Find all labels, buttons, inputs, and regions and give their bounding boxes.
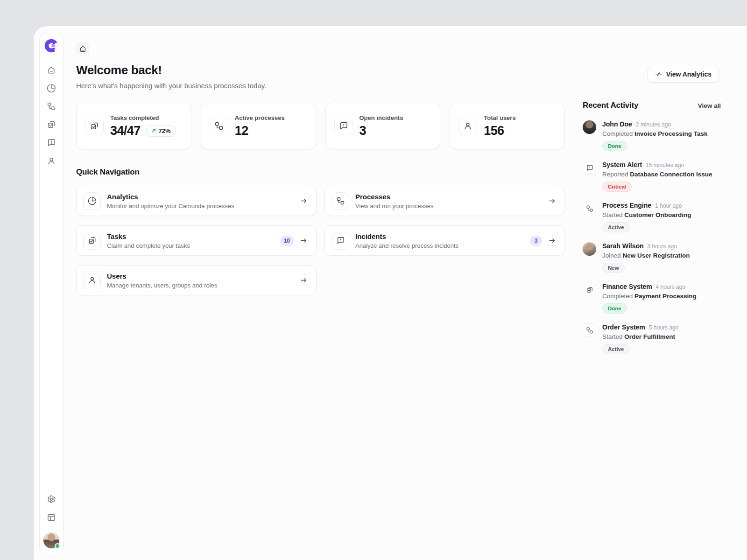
online-status-dot xyxy=(55,543,60,549)
activity-actor: John Doe xyxy=(602,120,632,128)
user-icon xyxy=(88,276,97,285)
status-badge: New xyxy=(602,263,625,273)
nav-card-processes[interactable]: Processes View and run your processes xyxy=(324,186,565,216)
activity-actor: Sarah Wilson xyxy=(602,242,644,250)
activity-actor: Order System xyxy=(602,323,645,331)
stat-label: Tasks completed xyxy=(110,114,176,121)
sidebar-item-tasks[interactable] xyxy=(44,117,59,132)
tasks-copy-check-icon xyxy=(88,236,97,245)
view-analytics-label: View Analytics xyxy=(666,70,712,78)
pie-chart-icon xyxy=(47,84,56,93)
nav-card-users[interactable]: Users Manage tenants, users, groups and … xyxy=(76,265,317,295)
nav-card-title: Processes xyxy=(355,193,542,201)
stat-label: Total users xyxy=(484,114,515,121)
activity-description: Started Order Fulfillment xyxy=(602,333,721,340)
nav-card-title: Analytics xyxy=(107,193,294,201)
gear-icon xyxy=(47,495,56,504)
arrow-right-icon xyxy=(548,237,556,245)
incident-bubble-icon xyxy=(339,121,348,131)
workflow-icon xyxy=(336,196,345,205)
arrow-right-icon xyxy=(300,276,308,284)
activity-item: System Alert 15 minutes ago Reported Dat… xyxy=(583,161,721,192)
user-icon xyxy=(463,121,472,131)
status-badge: Active xyxy=(602,222,630,232)
activity-icon-box xyxy=(583,161,596,175)
home-icon xyxy=(79,45,87,53)
stat-card-active-processes: Active processes 12 xyxy=(201,103,316,149)
nav-card-title: Users xyxy=(107,272,294,280)
tasks-copy-check-icon xyxy=(90,121,99,131)
page-title: Welcome back! xyxy=(76,63,565,77)
stat-label: Active processes xyxy=(235,114,285,121)
trend-badge: 72% xyxy=(146,125,176,137)
view-all-link[interactable]: View all xyxy=(698,102,721,109)
stat-card-total-users: Total users 156 xyxy=(450,103,565,149)
user-avatar[interactable] xyxy=(43,532,59,548)
incident-bubble-icon xyxy=(47,138,56,147)
stats-row: Tasks completed 34/47 72% Active proces xyxy=(76,103,565,149)
arrow-right-icon xyxy=(300,237,308,245)
activity-timestamp: 3 hours ago xyxy=(648,243,677,250)
sidebar xyxy=(39,32,63,555)
view-analytics-button[interactable]: View Analytics xyxy=(648,66,719,83)
sidebar-item-analytics[interactable] xyxy=(44,81,59,96)
activity-item: Order System 5 hours ago Started Order F… xyxy=(583,323,721,354)
pie-chart-icon xyxy=(88,196,97,205)
nav-icon-box xyxy=(83,192,101,210)
activity-item: Sarah Wilson 3 hours ago Joined New User… xyxy=(583,242,721,273)
activity-timestamp: 1 hour ago xyxy=(655,203,682,209)
nav-icon-box xyxy=(83,272,101,289)
activity-timestamp: 2 minutes ago xyxy=(636,121,671,128)
activity-item: Finance System 4 hours ago Completed Pay… xyxy=(583,283,721,314)
activity-item: Process Engine 1 hour ago Started Custom… xyxy=(583,202,721,232)
nav-card-analytics[interactable]: Analytics Monitor and optimize your Camu… xyxy=(76,186,317,216)
activity-actor: Finance System xyxy=(602,283,652,290)
status-badge: Critical xyxy=(602,182,632,192)
activity-timestamp: 4 hours ago xyxy=(656,284,685,290)
nav-icon-box xyxy=(331,232,349,250)
breadcrumb-home-button[interactable] xyxy=(76,42,89,55)
home-icon xyxy=(47,65,56,75)
nav-card-description: Manage tenants, users, groups and roles xyxy=(107,282,294,289)
sidebar-item-home[interactable] xyxy=(44,63,59,77)
nav-card-tasks[interactable]: Tasks Claim and complete your tasks 10 xyxy=(76,225,317,256)
tasks-copy-check-icon xyxy=(47,120,56,129)
camunda-logo[interactable] xyxy=(44,38,59,53)
sidebar-item-settings[interactable] xyxy=(44,492,59,507)
nav-card-incidents[interactable]: Incidents Analyze and resolve process in… xyxy=(324,225,565,256)
activity-item: John Doe 2 minutes ago Completed Invoice… xyxy=(583,120,721,151)
activity-description: Joined New User Registration xyxy=(602,252,721,259)
workflow-icon xyxy=(47,102,56,111)
incidents-count-badge: 3 xyxy=(530,236,542,246)
activity-description: Started Customer Onboarding xyxy=(602,211,721,218)
stat-label: Open incidents xyxy=(359,114,403,121)
page-subtitle: Here's what's happening with your busine… xyxy=(76,82,565,90)
activity-timestamp: 15 minutes ago xyxy=(646,162,684,168)
activity-actor: Process Engine xyxy=(602,202,651,209)
user-icon xyxy=(47,156,56,166)
recent-activity-panel: Recent Activity View all John Doe 2 minu… xyxy=(583,101,721,354)
activity-actor: System Alert xyxy=(602,161,642,168)
app-window: Welcome back! Here's what's happening wi… xyxy=(34,26,747,560)
incident-bubble-icon xyxy=(586,164,593,172)
sarah-wilson-avatar xyxy=(583,242,596,256)
stat-icon-box xyxy=(85,117,104,135)
stat-value: 3 xyxy=(359,124,366,138)
stat-value: 34/47 xyxy=(110,124,141,138)
sidebar-item-panel[interactable] xyxy=(44,510,59,525)
quick-nav-grid: Analytics Monitor and optimize your Camu… xyxy=(76,186,565,295)
tasks-count-badge: 10 xyxy=(280,236,294,246)
main-content: Welcome back! Here's what's happening wi… xyxy=(76,42,565,295)
incident-bubble-icon xyxy=(336,236,345,245)
status-badge: Done xyxy=(602,141,627,151)
sidebar-item-users[interactable] xyxy=(44,154,59,168)
activity-description: Completed Invoice Processing Task xyxy=(602,130,721,137)
panel-layout-icon xyxy=(47,513,56,522)
nav-card-description: View and run your processes xyxy=(355,203,542,210)
quick-nav-title: Quick Navigation xyxy=(76,168,565,177)
sidebar-item-incidents[interactable] xyxy=(44,135,59,150)
sidebar-item-processes[interactable] xyxy=(44,99,59,114)
activity-description: Completed Payment Processing xyxy=(602,293,721,300)
nav-icon-box xyxy=(331,192,349,210)
stat-card-open-incidents: Open incidents 3 xyxy=(325,103,441,149)
